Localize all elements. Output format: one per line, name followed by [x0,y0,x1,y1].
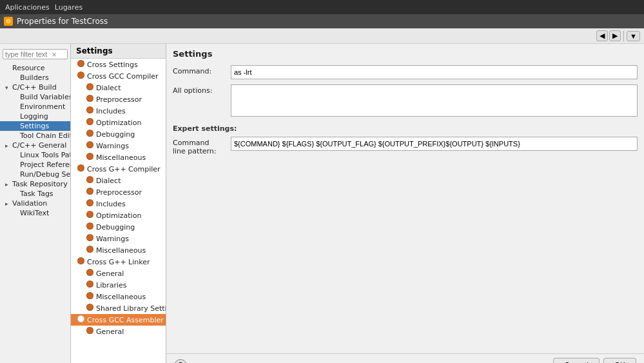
help-button[interactable]: ? [174,359,187,363]
left-panel: × ResourceBuilders▾C/C++ BuildBuild Vari… [0,44,71,363]
middle-tree-icon [85,211,94,220]
tree-item-label: WikiText [20,209,49,217]
left-tree-item[interactable]: Environment [0,102,70,112]
middle-tree-item[interactable]: Cross GCC Assembler [71,314,166,326]
middle-tree-item[interactable]: Debugging [71,221,166,233]
middle-tree-icon [85,199,94,208]
middle-tree-icon [76,315,85,324]
middle-tree-item[interactable]: General [71,268,166,279]
middle-tree-item-label: Miscellaneous [96,293,146,301]
apps-menu[interactable]: Aplicaciones [5,3,50,12]
middle-tree-item[interactable]: Warnings [71,140,166,152]
middle-tree-item-label: Cross G++ Linker [87,258,150,266]
all-options-textarea[interactable] [231,84,638,117]
search-clear-button[interactable]: × [52,51,57,58]
toolbar-separator [623,31,624,41]
middle-tree-item-label: Optimization [96,119,141,127]
tree-item-label: Project References [20,161,71,169]
left-tree-item[interactable]: WikiText [0,208,70,218]
ok-button[interactable]: OK [603,358,636,363]
right-area: Settings Command: All options: Expert se… [166,44,644,363]
left-tree-item[interactable]: Linux Tools Path [0,150,70,160]
command-pattern-input[interactable] [231,137,638,151]
cancel-button[interactable]: Cancel [553,358,599,363]
middle-tree: Cross SettingsCross GCC CompilerDialectP… [71,59,166,337]
middle-tree-item[interactable]: Miscellaneous [71,291,166,302]
toolbar-forward-button[interactable]: ▶ [609,30,621,41]
command-input[interactable] [231,65,638,79]
tree-item-label: Validation [12,199,47,208]
left-tree-item[interactable]: Settings [0,121,70,131]
middle-tree-item[interactable]: Debugging [71,128,166,140]
middle-tree-item[interactable]: Includes [71,198,166,210]
middle-tree-item[interactable]: Libraries [71,279,166,291]
system-bar: Aplicaciones Lugares [0,0,644,14]
middle-tree-icon [85,280,94,289]
places-menu[interactable]: Lugares [55,3,83,12]
titlebar: ⚙ Properties for TestCross [0,14,644,28]
middle-tree-item[interactable]: Preprocessor [71,93,166,105]
middle-tree-item[interactable]: Preprocessor [71,186,166,198]
middle-tree-item[interactable]: Warnings [71,233,166,244]
middle-tree-item-label: Miscellaneous [96,246,146,255]
left-tree-item[interactable]: Logging [0,112,70,121]
middle-tree-item[interactable]: Optimization [71,210,166,221]
middle-tree-item-label: Includes [96,200,126,208]
left-tree-item[interactable]: Run/Debug Settings [0,170,70,179]
middle-tree-icon [85,153,94,162]
left-tree-item[interactable]: Tool Chain Editor [0,131,70,141]
middle-tree-item[interactable]: Shared Library Settings [71,302,166,314]
left-tree-item[interactable]: ▸Task Repository [0,179,70,189]
middle-tree-item-label: Shared Library Settings [96,304,166,313]
middle-tree-icon [85,176,94,185]
middle-tree-item[interactable]: Cross G++ Compiler [71,163,166,175]
middle-tree-icon [85,95,94,104]
middle-tree-item[interactable]: Dialect [71,82,166,93]
middle-tree-icon [76,60,85,69]
middle-tree-item[interactable]: Cross Settings [71,59,166,70]
middle-tree-icon [85,118,94,127]
middle-tree-item[interactable]: Cross G++ Linker [71,256,166,268]
middle-tree-item[interactable]: General [71,326,166,337]
middle-tree-icon [85,141,94,150]
middle-panel-header: Settings [71,44,166,59]
tree-item-label: Logging [20,112,48,121]
middle-tree-item[interactable]: Cross GCC Compiler [71,70,166,82]
main-window: ◀ ▶ ▼ × ResourceBuilders▾C/C++ BuildBuil… [0,28,644,363]
toolbar-back-button[interactable]: ◀ [596,30,608,41]
command-row: Command: [173,65,638,79]
left-tree-item[interactable]: ▾C/C++ Build [0,83,70,92]
middle-tree-item[interactable]: Includes [71,105,166,117]
middle-tree-item[interactable]: Optimization [71,117,166,128]
tree-item-label: Resource [12,64,44,72]
command-pattern-label: Command line pattern: [173,137,231,155]
toolbar: ◀ ▶ ▼ [0,28,644,44]
app-icon: ⚙ [4,17,13,26]
tree-arrow: ▾ [5,84,10,91]
left-tree-item[interactable]: Task Tags [0,189,70,199]
middle-tree-item-label: Debugging [96,130,135,139]
search-box[interactable]: × [3,49,68,59]
middle-tree-item-label: Dialect [96,177,121,185]
tree-item-label: Tool Chain Editor [20,132,71,140]
left-tree-item[interactable]: ▸C/C++ General [0,141,70,150]
middle-tree-item-label: Warnings [96,142,129,150]
middle-tree-item[interactable]: Dialect [71,175,166,186]
left-tree-item[interactable]: Build Variables [0,92,70,102]
middle-tree-icon [76,257,85,266]
middle-tree-icon [85,188,94,197]
bottom-bar: ? Cancel OK [166,353,644,363]
middle-tree-item-label: Cross G++ Compiler [87,165,161,173]
left-tree: ResourceBuilders▾C/C++ BuildBuild Variab… [0,63,70,218]
search-input[interactable] [5,50,50,58]
left-tree-item[interactable]: Builders [0,73,70,83]
toolbar-dropdown-button[interactable]: ▼ [627,31,640,41]
middle-tree-item[interactable]: Miscellaneous [71,244,166,256]
tree-item-label: C/C++ Build [12,83,57,92]
left-tree-item[interactable]: Resource [0,63,70,73]
middle-tree-item-label: Optimization [96,211,141,220]
tree-item-label: C/C++ General [12,141,66,150]
left-tree-item[interactable]: ▸Validation [0,199,70,208]
middle-tree-item[interactable]: Miscellaneous [71,152,166,163]
left-tree-item[interactable]: Project References [0,160,70,170]
